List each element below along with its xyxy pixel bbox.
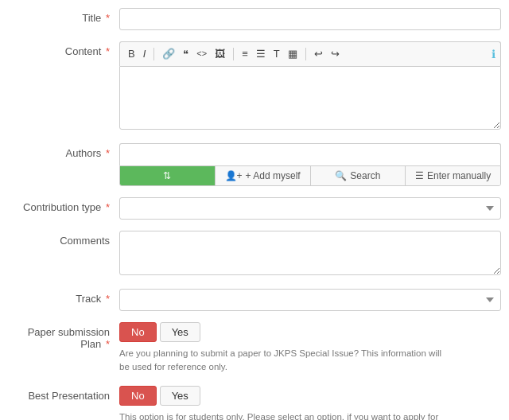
best-presentation-wrap: No Yes This option is for students only.… [119,386,501,420]
comments-label: Comments [8,231,119,247]
content-required: * [106,45,110,57]
track-select[interactable] [119,289,501,311]
ol-button[interactable]: ≡ [239,45,251,63]
undo-button[interactable]: ↩ [311,45,326,63]
comments-wrap [119,231,501,278]
title-input[interactable] [119,8,501,30]
best-presentation-no-button[interactable]: No [119,386,157,406]
paper-submission-required: * [106,338,110,350]
title-label: Title * [8,8,119,24]
redo-button[interactable]: ↪ [328,45,343,63]
editor-toolbar: B I 🔗 ❝ <> 🖼 ≡ ☰ T ▦ ↩ ↪ ℹ [119,41,501,66]
title-input-wrap [119,8,501,30]
authors-wrap: ⇅ 👤+ + Add myself 🔍 Search ☰ Enter manua… [119,143,501,186]
contribution-type-wrap [119,197,501,220]
ul-button[interactable]: ☰ [253,45,269,63]
paper-submission-hint: Are you planning to submit a paper to JK… [119,347,453,375]
toolbar-sep-2 [233,48,234,60]
paper-submission-no-button[interactable]: No [119,322,157,342]
enter-manually-button[interactable]: ☰ Enter manually [406,166,500,185]
add-myself-button[interactable]: 👤+ + Add myself [216,166,311,185]
comments-row: Comments [0,231,509,278]
content-row: Content * B I 🔗 ❝ <> 🖼 ≡ ☰ T ▦ ↩ ↪ ℹ [0,41,509,132]
title-row: Title * [0,8,509,30]
search-authors-button[interactable]: 🔍 Search [311,166,406,185]
authors-row: Authors * ⇅ 👤+ + Add myself 🔍 Search ☰ E… [0,143,509,186]
sort-authors-button[interactable]: ⇅ [120,166,216,185]
paper-submission-row: Paper submission Plan * No Yes Are you p… [0,322,509,375]
content-textarea[interactable] [119,66,501,130]
track-required: * [106,293,110,305]
search-icon: 🔍 [335,170,347,181]
track-wrap [119,289,501,311]
authors-required: * [106,147,110,159]
title-required: * [106,12,110,24]
best-presentation-yes-button[interactable]: Yes [160,386,200,406]
table-button[interactable]: ▦ [285,45,301,63]
authors-buttons: ⇅ 👤+ + Add myself 🔍 Search ☰ Enter manua… [119,165,501,186]
paper-submission-yn-group: No Yes [119,322,501,342]
paper-submission-yes-button[interactable]: Yes [160,322,200,342]
italic-button[interactable]: I [140,45,150,63]
info-icon[interactable]: ℹ [492,48,495,60]
track-label: Track * [8,289,119,305]
sort-icon: ⇅ [163,170,171,181]
authors-label: Authors * [8,143,119,159]
toolbar-sep-3 [305,48,306,60]
contribution-type-row: Contribution type * [0,197,509,220]
quote-button[interactable]: ❝ [180,45,192,63]
comments-textarea[interactable] [119,231,501,275]
best-presentation-label: Best Presentation [8,386,119,402]
track-row: Track * [0,289,509,311]
best-presentation-yn-group: No Yes [119,386,501,406]
text-button[interactable]: T [270,45,283,63]
list-icon: ☰ [415,170,424,181]
contribution-type-select[interactable] [119,197,501,220]
bold-button[interactable]: B [125,45,138,63]
add-person-icon: 👤+ [225,170,243,181]
contribution-type-label: Contribution type * [8,197,119,213]
contribution-type-required: * [106,201,110,213]
toolbar-sep-1 [153,48,154,60]
image-button[interactable]: 🖼 [212,45,228,63]
best-presentation-hint: This option is for students only. Please… [119,410,453,420]
paper-submission-wrap: No Yes Are you planning to submit a pape… [119,322,501,375]
link-button[interactable]: 🔗 [159,45,178,63]
paper-submission-label: Paper submission Plan * [8,322,119,350]
content-editor-wrap: B I 🔗 ❝ <> 🖼 ≡ ☰ T ▦ ↩ ↪ ℹ [119,41,501,132]
content-label: Content * [8,41,119,57]
code-button[interactable]: <> [193,46,210,61]
authors-input[interactable] [119,143,501,165]
best-presentation-row: Best Presentation No Yes This option is … [0,386,509,420]
